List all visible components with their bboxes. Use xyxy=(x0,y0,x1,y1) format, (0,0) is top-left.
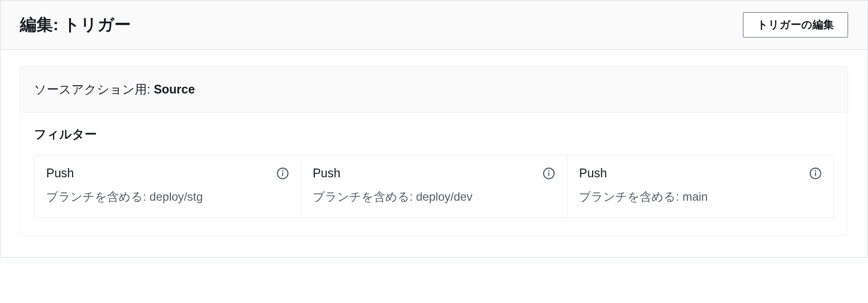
info-icon[interactable] xyxy=(276,167,289,180)
filter-branch-value: main xyxy=(683,190,708,203)
svg-point-2 xyxy=(282,170,283,171)
edit-triggers-button[interactable]: トリガーの編集 xyxy=(743,12,848,38)
filters-row: Push ブランチを含める: deploy/stg xyxy=(34,155,834,218)
panel-header: ソースアクション用: Source xyxy=(20,67,848,113)
filter-card: Push ブランチを含める: deploy/stg xyxy=(34,155,301,218)
filter-card: Push ブランチを含める: main xyxy=(567,155,834,218)
info-icon[interactable] xyxy=(809,167,822,180)
filter-branch-detail: ブランチを含める: main xyxy=(579,189,822,205)
svg-point-5 xyxy=(549,170,549,171)
content-area: ソースアクション用: Source フィルター Push xyxy=(0,50,868,257)
info-icon[interactable] xyxy=(542,167,555,180)
filter-branch-detail: ブランチを含める: deploy/dev xyxy=(313,189,556,205)
filters-title: フィルター xyxy=(34,126,834,142)
page-container: 編集: トリガー トリガーの編集 ソースアクション用: Source フィルター… xyxy=(0,0,868,258)
filter-type-label: Push xyxy=(579,166,607,180)
panel-body: フィルター Push xyxy=(20,113,848,235)
svg-point-8 xyxy=(815,170,815,171)
filter-branch-prefix: ブランチを含める: xyxy=(579,190,682,203)
filter-branch-prefix: ブランチを含める: xyxy=(313,190,416,203)
filter-card: Push ブランチを含める: deploy/dev xyxy=(301,155,568,218)
filter-card-head: Push xyxy=(579,166,822,180)
triggers-panel: ソースアクション用: Source フィルター Push xyxy=(20,66,848,236)
filter-card-head: Push xyxy=(46,166,289,180)
filter-card-head: Push xyxy=(313,166,556,180)
source-action-prefix: ソースアクション用: xyxy=(34,82,154,96)
page-title: 編集: トリガー xyxy=(20,14,131,36)
source-action-name: Source xyxy=(154,82,195,96)
filter-branch-prefix: ブランチを含める: xyxy=(46,190,149,203)
filter-type-label: Push xyxy=(313,166,341,180)
filter-branch-value: deploy/stg xyxy=(149,190,202,203)
header-bar: 編集: トリガー トリガーの編集 xyxy=(0,0,868,50)
filter-branch-value: deploy/dev xyxy=(416,190,472,203)
filter-branch-detail: ブランチを含める: deploy/stg xyxy=(46,189,289,205)
filter-type-label: Push xyxy=(46,166,74,180)
